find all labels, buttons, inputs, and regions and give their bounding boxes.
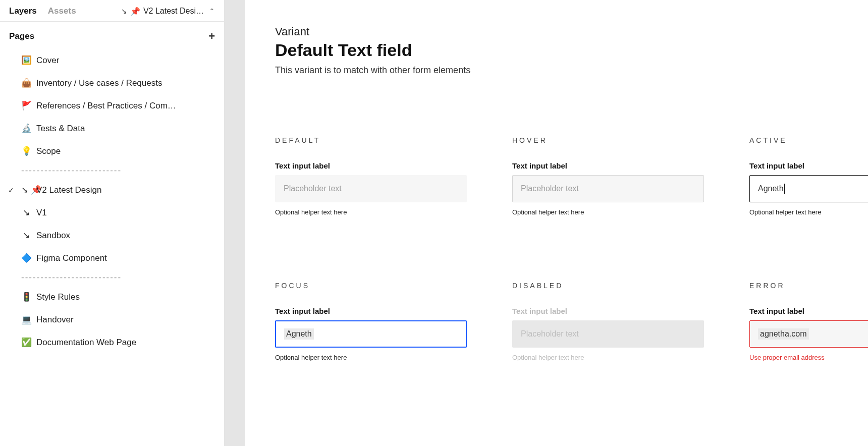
state-heading: FOCUS bbox=[275, 282, 467, 290]
flag-icon: 🚩 bbox=[21, 100, 31, 111]
page-item-style-rules[interactable]: 🚦 Style Rules bbox=[0, 286, 224, 308]
state-error: ERROR Text input label agnetha.com Use p… bbox=[749, 282, 868, 361]
page-label: Sandbox bbox=[36, 231, 70, 241]
page-item-scope[interactable]: 💡 Scope bbox=[0, 140, 224, 162]
add-page-button[interactable]: + bbox=[208, 31, 215, 42]
check-icon: ✓ bbox=[8, 186, 14, 194]
state-disabled: DISABLED Text input label Placeholder te… bbox=[512, 282, 704, 361]
layers-panel: Layers Assets ↘ 📌 V2 Latest Desi… ⌃ Page… bbox=[0, 0, 225, 446]
current-page-label: V2 Latest Desi… bbox=[143, 7, 204, 16]
text-input-error[interactable]: agnetha.com bbox=[749, 320, 868, 348]
page-label: Inventory / Use cases / Requests bbox=[36, 78, 162, 88]
pin-icon: 📌 bbox=[130, 7, 140, 16]
microscope-icon: 🔬 bbox=[21, 123, 31, 134]
helper-text: Optional helper text here bbox=[749, 208, 868, 216]
component-icon: 🔷 bbox=[21, 253, 31, 263]
arrow-down-right-icon: ↘ bbox=[21, 230, 31, 241]
arrow-pin-icon: ↘ 📌 bbox=[21, 185, 31, 195]
sidebar-top: Layers Assets ↘ 📌 V2 Latest Desi… ⌃ bbox=[0, 0, 224, 22]
helper-text: Optional helper text here bbox=[512, 208, 704, 216]
page-item-tests[interactable]: 🔬 Tests & Data bbox=[0, 117, 224, 140]
field-label: Text input label bbox=[749, 161, 868, 170]
state-heading: HOVER bbox=[512, 136, 704, 144]
placeholder-text: Placeholder text bbox=[284, 184, 342, 193]
pages-list: 🖼️ Cover 👜 Inventory / Use cases / Reque… bbox=[0, 47, 224, 364]
pages-header: Pages + bbox=[0, 22, 224, 47]
component-title: Default Text field bbox=[275, 40, 838, 60]
helper-text: Optional helper text here bbox=[275, 208, 467, 216]
bag-icon: 👜 bbox=[21, 78, 31, 88]
canvas[interactable]: Variant Default Text field This variant … bbox=[225, 0, 868, 446]
helper-text: Optional helper text here bbox=[275, 354, 467, 361]
page-label: Cover bbox=[36, 55, 59, 66]
page-label: Handover bbox=[36, 315, 74, 325]
placeholder-text: Placeholder text bbox=[521, 329, 579, 339]
state-heading: DEFAULT bbox=[275, 136, 467, 144]
page-item-v1[interactable]: ↘ V1 bbox=[0, 201, 224, 224]
page-label: Figma Component bbox=[36, 253, 107, 263]
traffic-light-icon: 🚦 bbox=[21, 292, 31, 302]
pages-header-label: Pages bbox=[9, 31, 34, 41]
helper-text-error: Use proper email address bbox=[749, 354, 868, 361]
check-box-icon: ✅ bbox=[21, 337, 31, 348]
artboard[interactable]: Variant Default Text field This variant … bbox=[245, 0, 868, 446]
state-hover: HOVER Text input label Placeholder text … bbox=[512, 136, 704, 216]
input-value: Agneth bbox=[284, 328, 314, 340]
helper-text: Optional helper text here bbox=[512, 354, 704, 361]
states-grid: DEFAULT Text input label Placeholder tex… bbox=[275, 136, 838, 361]
state-focus: FOCUS Text input label Agneth Optional h… bbox=[275, 282, 467, 361]
text-cursor bbox=[784, 184, 785, 194]
page-item-figma-component[interactable]: 🔷 Figma Component bbox=[0, 247, 224, 269]
field-label: Text input label bbox=[275, 307, 467, 315]
page-item-cover[interactable]: 🖼️ Cover bbox=[0, 49, 224, 72]
component-description: This variant is to match with other form… bbox=[275, 65, 838, 76]
page-item-sandbox[interactable]: ↘ Sandbox bbox=[0, 224, 224, 247]
page-item-v2-latest[interactable]: ✓ ↘ 📌 V2 Latest Design bbox=[0, 179, 224, 201]
page-switcher[interactable]: ↘ 📌 V2 Latest Desi… ⌃ bbox=[121, 7, 215, 16]
separator-text: -------------------------- bbox=[21, 165, 122, 176]
state-default: DEFAULT Text input label Placeholder tex… bbox=[275, 136, 467, 216]
field-label: Text input label bbox=[512, 307, 704, 315]
page-item-documentation[interactable]: ✅ Documentation Web Page bbox=[0, 331, 224, 354]
field-label: Text input label bbox=[275, 161, 467, 170]
text-input-disabled: Placeholder text bbox=[512, 320, 704, 348]
panel-tabs: Layers Assets bbox=[9, 6, 76, 16]
state-heading: DISABLED bbox=[512, 282, 704, 290]
page-label: Style Rules bbox=[36, 292, 80, 302]
page-label: Documentation Web Page bbox=[36, 338, 136, 348]
page-separator: -------------------------- bbox=[0, 269, 224, 286]
separator-text: -------------------------- bbox=[21, 272, 122, 283]
page-label: V2 Latest Design bbox=[36, 185, 101, 195]
field-label: Text input label bbox=[749, 307, 868, 315]
variant-eyebrow: Variant bbox=[275, 25, 838, 38]
arrow-down-right-icon: ↘ bbox=[21, 207, 31, 218]
tab-layers[interactable]: Layers bbox=[9, 6, 37, 16]
laptop-icon: 💻 bbox=[21, 314, 31, 325]
page-item-handover[interactable]: 💻 Handover bbox=[0, 308, 224, 331]
placeholder-text: Placeholder text bbox=[521, 184, 579, 193]
text-input-hover[interactable]: Placeholder text bbox=[512, 175, 704, 202]
field-label: Text input label bbox=[512, 161, 704, 170]
input-value: Agneth bbox=[758, 184, 784, 193]
page-item-inventory[interactable]: 👜 Inventory / Use cases / Requests bbox=[0, 72, 224, 94]
page-label: References / Best Practices / Com… bbox=[36, 101, 176, 111]
page-label: V1 bbox=[36, 208, 47, 218]
arrow-down-right-icon: ↘ bbox=[121, 7, 127, 15]
text-input-active[interactable]: Agneth bbox=[749, 175, 868, 202]
text-input-focus[interactable]: Agneth bbox=[275, 320, 467, 348]
state-active: ACTIVE Text input label Agneth Optional … bbox=[749, 136, 868, 216]
state-heading: ERROR bbox=[749, 282, 868, 290]
bulb-icon: 💡 bbox=[21, 146, 31, 156]
page-separator: -------------------------- bbox=[0, 162, 224, 179]
page-item-references[interactable]: 🚩 References / Best Practices / Com… bbox=[0, 94, 224, 117]
page-label: Scope bbox=[36, 146, 61, 156]
input-value: agnetha.com bbox=[758, 328, 809, 340]
picture-icon: 🖼️ bbox=[21, 55, 31, 66]
tab-assets[interactable]: Assets bbox=[48, 6, 76, 16]
state-heading: ACTIVE bbox=[749, 136, 868, 144]
chevron-up-icon: ⌃ bbox=[209, 7, 215, 15]
text-input-default[interactable]: Placeholder text bbox=[275, 175, 467, 202]
page-label: Tests & Data bbox=[36, 124, 85, 134]
